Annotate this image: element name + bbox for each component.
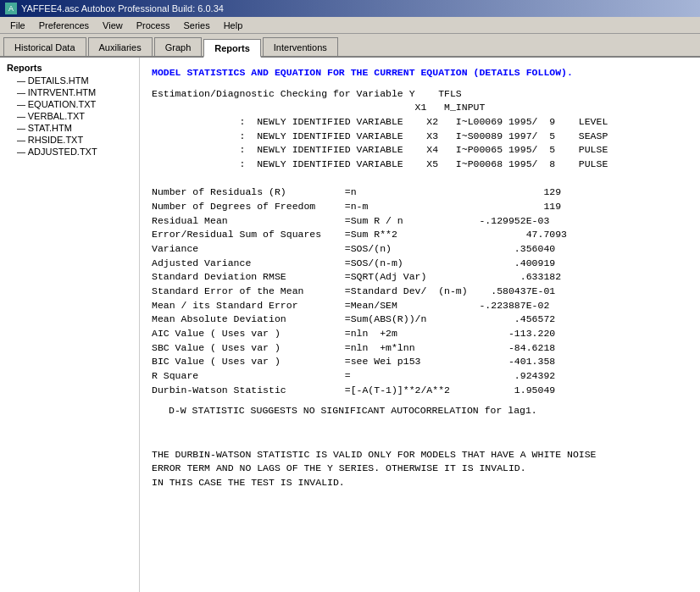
menu-series[interactable]: Series: [176, 19, 216, 32]
app-icon: A: [5, 3, 17, 14]
sidebar-item-rhside[interactable]: RHSIDE.TXT: [0, 134, 139, 146]
sidebar-item-stat[interactable]: STAT.HTM: [0, 122, 139, 134]
sidebar-title: Reports: [0, 61, 139, 75]
dw-message: D-W STATISTIC SUGGESTS NO SIGNIFICANT AU…: [152, 404, 688, 418]
title-text: YAFFEE4.asc Autobox Professional Build: …: [21, 3, 224, 14]
tab-bar: Historical Data Auxiliaries Graph Report…: [0, 34, 700, 58]
stats-section: Number of Residuals (R) =n 129 Number of…: [152, 185, 688, 397]
sidebar-item-verbal[interactable]: VERBAL.TXT: [0, 110, 139, 122]
sidebar-item-details[interactable]: DETAILS.HTM: [0, 75, 139, 86]
menu-view[interactable]: View: [96, 19, 130, 32]
main-area: Reports DETAILS.HTM INTRVENT.HTM EQUATIO…: [0, 58, 700, 592]
menu-file[interactable]: File: [3, 19, 32, 32]
tab-auxiliaries[interactable]: Auxiliaries: [88, 37, 153, 56]
tab-reports[interactable]: Reports: [203, 39, 261, 58]
content-area: MODEL STATISTICS AND EQUATION FOR THE CU…: [140, 58, 700, 592]
title-bar: A YAFFEE4.asc Autobox Professional Build…: [0, 0, 700, 17]
tab-graph[interactable]: Graph: [154, 37, 203, 56]
content-title: MODEL STATISTICS AND EQUATION FOR THE CU…: [152, 66, 688, 80]
sidebar-item-adjusted[interactable]: ADJUSTED.TXT: [0, 146, 139, 158]
sidebar-item-intrvent[interactable]: INTRVENT.HTM: [0, 86, 139, 98]
sidebar-item-equation[interactable]: EQUATION.TXT: [0, 98, 139, 110]
estimation-section: Estimation/Diagnostic Checking for Varia…: [152, 87, 688, 172]
menu-preferences[interactable]: Preferences: [32, 19, 96, 32]
warning-message: THE DURBIN-WATSON STATISTIC IS VALID ONL…: [152, 448, 688, 490]
sidebar: Reports DETAILS.HTM INTRVENT.HTM EQUATIO…: [0, 58, 140, 592]
tab-interventions[interactable]: Interventions: [263, 37, 338, 56]
menu-help[interactable]: Help: [217, 19, 250, 32]
menu-bar: File Preferences View Process Series Hel…: [0, 17, 700, 34]
tab-historical-data[interactable]: Historical Data: [3, 37, 86, 56]
menu-process[interactable]: Process: [130, 19, 177, 32]
